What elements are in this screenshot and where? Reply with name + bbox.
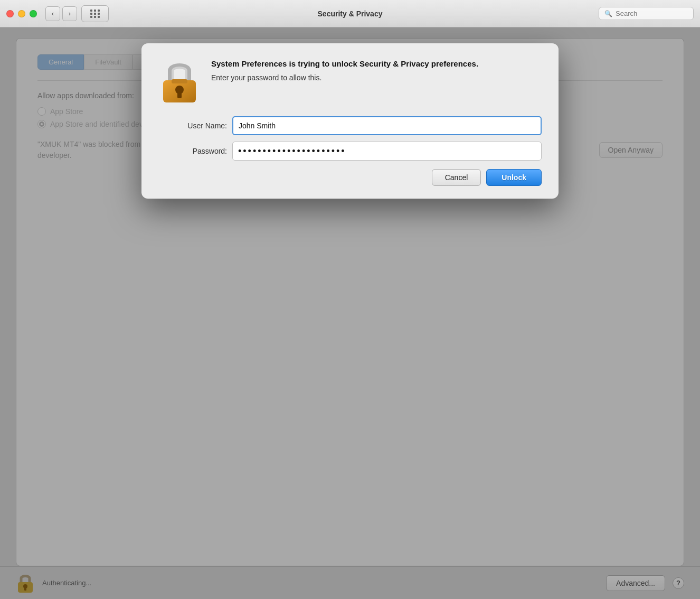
modal-overlay: System Preferences is trying to unlock S… [0,27,700,599]
cancel-button[interactable]: Cancel [432,169,481,186]
modal-subtitle: Enter your password to allow this. [211,73,478,82]
username-input[interactable] [232,116,542,135]
close-button[interactable] [6,10,14,17]
forward-button[interactable]: › [62,6,77,21]
modal-text: System Preferences is trying to unlock S… [211,58,478,106]
grid-view-button[interactable] [81,5,109,22]
unlock-dialog: System Preferences is trying to unlock S… [141,43,559,199]
search-input[interactable] [616,10,688,17]
maximize-button[interactable] [30,10,37,17]
main-content: General FileVault Firewall Privacy Allow… [0,27,700,599]
grid-dots-icon [90,10,100,18]
unlock-button[interactable]: Unlock [486,169,542,186]
username-row: User Name: [158,116,542,135]
minimize-button[interactable] [18,10,25,17]
svg-rect-5 [177,92,182,98]
lock-icon-large [161,60,198,104]
traffic-lights [6,10,37,17]
username-label: User Name: [158,121,227,130]
lock-icon-container [158,58,201,106]
back-button[interactable]: ‹ [45,6,60,21]
search-icon: 🔍 [604,10,612,17]
window-title: Security & Privacy [318,10,383,18]
modal-header: System Preferences is trying to unlock S… [158,58,542,106]
modal-buttons: Cancel Unlock [158,169,542,186]
password-row: Password: [158,142,542,161]
modal-title: System Preferences is trying to unlock S… [211,58,478,69]
nav-buttons: ‹ › [45,6,77,21]
search-box[interactable]: 🔍 [599,7,694,20]
password-label: Password: [158,147,227,155]
password-input[interactable] [232,142,542,161]
svg-rect-6 [172,79,187,83]
titlebar: ‹ › Security & Privacy 🔍 [0,0,700,27]
